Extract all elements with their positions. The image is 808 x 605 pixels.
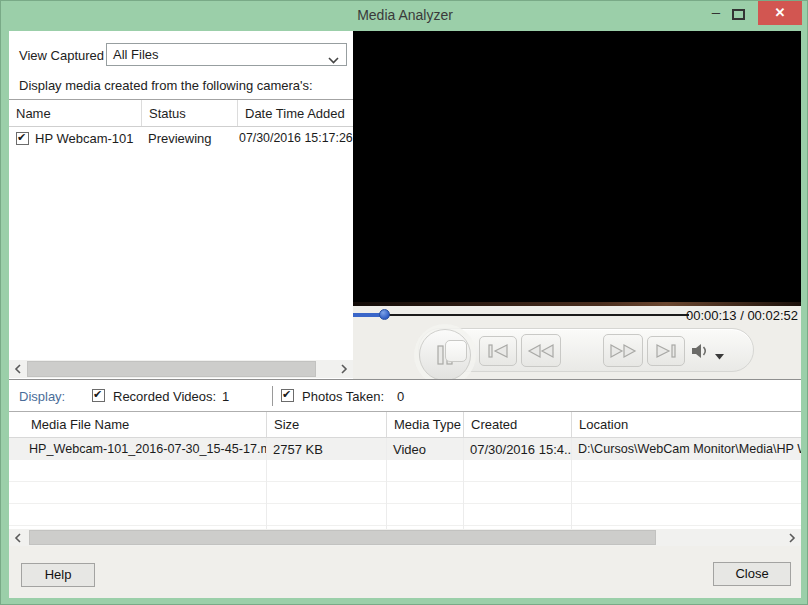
scroll-left-icon[interactable]	[9, 360, 27, 378]
camera-date-added: 07/30/2016 15:17:26	[237, 131, 353, 145]
media-table-hscrollbar[interactable]	[9, 529, 801, 546]
camera-col-date[interactable]: Date Time Added	[237, 100, 353, 126]
camera-scroll-thumb[interactable]	[27, 361, 316, 377]
empty-row	[9, 482, 801, 504]
close-window-button[interactable]: ✕	[758, 1, 802, 25]
speaker-icon	[690, 343, 710, 359]
media-table-header: Media File Name Size Media Type Created …	[9, 412, 801, 438]
chevron-down-icon	[328, 52, 339, 67]
camera-list-hscrollbar[interactable]	[9, 360, 353, 378]
media-col-created[interactable]: Created	[463, 412, 571, 437]
camera-list: Name Status Date Time Added ✔ HP Webcam-…	[9, 99, 353, 379]
media-file-created: 07/30/2016 15:4...	[463, 442, 571, 457]
camera-list-header: Name Status Date Time Added	[9, 100, 353, 127]
empty-row	[9, 504, 801, 526]
fast-forward-icon	[609, 342, 637, 360]
playback-controls	[353, 324, 801, 379]
camera-status: Previewing	[141, 131, 237, 146]
photos-taken-label: Photos Taken:	[302, 389, 384, 404]
recorded-videos-checkbox[interactable]: ✔	[92, 389, 105, 402]
rewind-button[interactable]	[521, 334, 561, 367]
display-separator	[272, 386, 273, 406]
camera-col-status[interactable]: Status	[141, 100, 237, 126]
camera-name: HP Webcam-101	[35, 131, 134, 146]
camera-scroll-track[interactable]	[27, 360, 335, 378]
seek-row: 00:00:13 / 00:02:52	[353, 306, 801, 324]
maximize-button[interactable]	[732, 9, 745, 20]
recorded-videos-count: 1	[222, 389, 229, 404]
media-scroll-track[interactable]	[27, 529, 783, 547]
media-file-type: Video	[386, 442, 463, 457]
media-filter-value: All Files	[113, 47, 159, 62]
video-preview[interactable]	[353, 31, 801, 306]
recorded-videos-label: Recorded Videos:	[113, 389, 216, 404]
fast-forward-button[interactable]	[603, 334, 643, 367]
photos-taken-count: 0	[397, 389, 404, 404]
seek-track[interactable]	[353, 314, 689, 316]
volume-caret-icon[interactable]	[715, 348, 724, 363]
rewind-icon	[527, 342, 555, 360]
media-files-table: Media File Name Size Media Type Created …	[9, 412, 801, 546]
display-label: Display:	[19, 389, 65, 404]
volume-button[interactable]	[689, 342, 711, 360]
controls-pill	[418, 328, 754, 372]
media-col-type[interactable]: Media Type	[386, 412, 463, 437]
media-col-location[interactable]: Location	[571, 412, 801, 437]
skip-forward-icon	[654, 343, 678, 359]
filter-panel: View Captured Media: All Files Display m…	[9, 31, 353, 99]
seek-thumb[interactable]	[379, 309, 390, 320]
media-file-location: D:\Cursos\WebCam Monitor\Media\HP Webcam	[571, 442, 801, 456]
time-display: 00:00:13 / 00:02:52	[686, 308, 798, 323]
help-button[interactable]: Help	[21, 563, 95, 587]
photos-taken-checkbox[interactable]: ✔	[281, 389, 294, 402]
footer-bar: Help Close	[9, 546, 801, 598]
cameras-caption: Display media created from the following…	[19, 78, 313, 93]
media-filter-dropdown[interactable]: All Files	[106, 43, 347, 66]
title-bar[interactable]: Media Analyzer – ✕	[1, 1, 808, 31]
camera-col-name[interactable]: Name	[9, 100, 141, 126]
window-title: Media Analyzer	[1, 7, 808, 23]
media-scroll-thumb[interactable]	[29, 530, 656, 545]
media-table-body: HP_Webcam-101_2016-07-30_15-45-17.mp4 27…	[9, 438, 801, 529]
stop-button[interactable]	[445, 340, 467, 362]
close-button[interactable]: Close	[713, 562, 791, 586]
empty-row	[9, 460, 801, 482]
media-file-size: 2757 KB	[266, 442, 386, 457]
previous-button[interactable]	[479, 336, 517, 366]
media-file-row[interactable]: HP_Webcam-101_2016-07-30_15-45-17.mp4 27…	[9, 438, 801, 460]
media-analyzer-window: Media Analyzer – ✕ View Captured Media: …	[0, 0, 808, 605]
media-col-size[interactable]: Size	[266, 412, 386, 437]
next-button[interactable]	[647, 336, 685, 366]
skip-back-icon	[486, 343, 510, 359]
scroll-left-icon[interactable]	[9, 529, 27, 547]
display-filter-bar: Display: ✔ Recorded Videos: 1 ✔ Photos T…	[9, 379, 801, 412]
scroll-right-icon[interactable]	[783, 529, 801, 547]
media-file-name: HP_Webcam-101_2016-07-30_15-45-17.mp4	[29, 442, 266, 456]
camera-row[interactable]: ✔ HP Webcam-101 Previewing 07/30/2016 15…	[9, 127, 353, 149]
minimize-button[interactable]: –	[705, 3, 727, 25]
media-col-file-name[interactable]: Media File Name	[9, 412, 266, 437]
camera-checkbox[interactable]: ✔	[16, 132, 29, 145]
scroll-right-icon[interactable]	[335, 360, 353, 378]
